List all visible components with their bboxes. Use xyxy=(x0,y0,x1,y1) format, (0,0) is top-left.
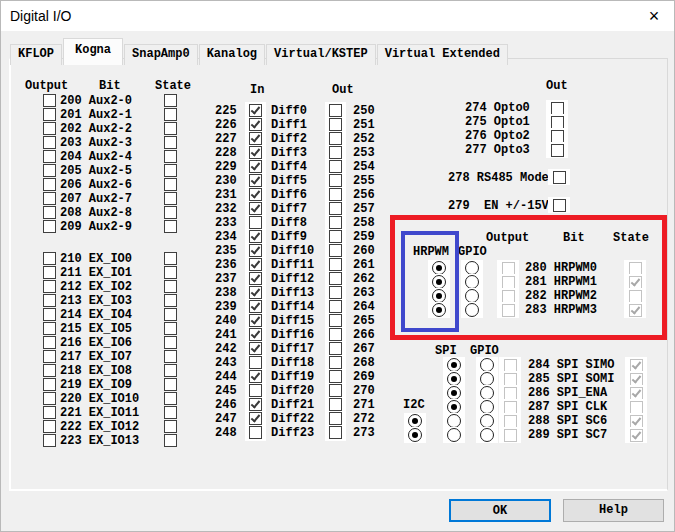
out-checkbox[interactable] xyxy=(329,384,342,397)
gpio-radio[interactable] xyxy=(465,261,479,275)
state-checkbox[interactable] xyxy=(164,434,177,447)
state-checkbox[interactable] xyxy=(164,294,177,307)
out-checkbox[interactable] xyxy=(329,412,342,425)
state-checkbox[interactable] xyxy=(164,364,177,377)
output-checkbox[interactable] xyxy=(504,415,517,428)
hrpwm-radio[interactable] xyxy=(432,289,446,303)
state-checkbox[interactable] xyxy=(164,252,177,265)
ok-button[interactable]: OK xyxy=(449,499,551,522)
in-checkbox[interactable] xyxy=(249,132,262,145)
in-checkbox[interactable] xyxy=(249,384,262,397)
tab-kflop[interactable]: KFLOP xyxy=(10,44,62,65)
en15v-checkbox[interactable] xyxy=(553,199,566,212)
out-checkbox[interactable] xyxy=(329,244,342,257)
in-checkbox[interactable] xyxy=(249,160,262,173)
out-checkbox[interactable] xyxy=(329,118,342,131)
out-checkbox[interactable] xyxy=(329,356,342,369)
help-button[interactable]: Help xyxy=(563,499,664,522)
out-checkbox[interactable] xyxy=(329,132,342,145)
state-checkbox[interactable] xyxy=(164,280,177,293)
in-checkbox[interactable] xyxy=(249,216,262,229)
out-checkbox[interactable] xyxy=(329,342,342,355)
output-checkbox[interactable] xyxy=(43,308,56,321)
output-checkbox[interactable] xyxy=(43,420,56,433)
output-checkbox[interactable] xyxy=(43,434,56,447)
output-checkbox[interactable] xyxy=(504,387,517,400)
in-checkbox[interactable] xyxy=(249,314,262,327)
tab-kanalog[interactable]: Kanalog xyxy=(199,44,265,65)
output-checkbox[interactable] xyxy=(43,122,56,135)
out-checkbox[interactable] xyxy=(329,160,342,173)
state-checkbox[interactable] xyxy=(164,178,177,191)
state-checkbox[interactable] xyxy=(164,266,177,279)
tab-kogna[interactable]: Kogna xyxy=(63,38,123,65)
out-checkbox[interactable] xyxy=(329,286,342,299)
spi-radio[interactable] xyxy=(447,372,461,386)
output-checkbox[interactable] xyxy=(43,136,56,149)
out-checkbox[interactable] xyxy=(329,314,342,327)
tab-virtual-kstep[interactable]: Virtual/KSTEP xyxy=(266,44,376,65)
in-checkbox[interactable] xyxy=(249,258,262,271)
output-checkbox[interactable] xyxy=(504,401,517,414)
state-checkbox[interactable] xyxy=(630,387,643,400)
state-checkbox[interactable] xyxy=(164,378,177,391)
in-checkbox[interactable] xyxy=(249,272,262,285)
output-checkbox[interactable] xyxy=(43,150,56,163)
state-checkbox[interactable] xyxy=(164,350,177,363)
in-checkbox[interactable] xyxy=(249,328,262,341)
tab-virtual-extended[interactable]: Virtual Extended xyxy=(377,44,508,65)
gpio-radio[interactable] xyxy=(480,428,494,442)
out-checkbox[interactable] xyxy=(329,258,342,271)
in-checkbox[interactable] xyxy=(249,426,262,439)
state-checkbox[interactable] xyxy=(629,304,642,317)
output-checkbox[interactable] xyxy=(502,262,515,275)
output-checkbox[interactable] xyxy=(43,94,56,107)
state-checkbox[interactable] xyxy=(164,192,177,205)
out-checkbox[interactable] xyxy=(329,104,342,117)
tab-snapamp0[interactable]: SnapAmp0 xyxy=(124,44,198,65)
gpio-radio[interactable] xyxy=(480,400,494,414)
out-checkbox[interactable] xyxy=(329,216,342,229)
in-checkbox[interactable] xyxy=(249,174,262,187)
in-checkbox[interactable] xyxy=(249,230,262,243)
in-checkbox[interactable] xyxy=(249,188,262,201)
state-checkbox[interactable] xyxy=(630,373,643,386)
output-checkbox[interactable] xyxy=(43,192,56,205)
output-checkbox[interactable] xyxy=(43,220,56,233)
in-checkbox[interactable] xyxy=(249,118,262,131)
state-checkbox[interactable] xyxy=(629,290,642,303)
output-checkbox[interactable] xyxy=(43,378,56,391)
spi-radio[interactable] xyxy=(447,358,461,372)
i2c-radio[interactable] xyxy=(408,428,422,442)
spi-radio[interactable] xyxy=(447,428,461,442)
state-checkbox[interactable] xyxy=(164,94,177,107)
close-icon[interactable]: × xyxy=(642,4,666,28)
output-checkbox[interactable] xyxy=(502,290,515,303)
in-checkbox[interactable] xyxy=(249,398,262,411)
state-checkbox[interactable] xyxy=(164,150,177,163)
output-checkbox[interactable] xyxy=(43,206,56,219)
output-checkbox[interactable] xyxy=(502,276,515,289)
gpio-radio[interactable] xyxy=(465,275,479,289)
output-checkbox[interactable] xyxy=(43,322,56,335)
output-checkbox[interactable] xyxy=(43,266,56,279)
gpio-radio[interactable] xyxy=(465,289,479,303)
out-checkbox[interactable] xyxy=(329,272,342,285)
state-checkbox[interactable] xyxy=(630,359,643,372)
output-checkbox[interactable] xyxy=(504,429,517,442)
spi-radio[interactable] xyxy=(447,414,461,428)
output-checkbox[interactable] xyxy=(43,280,56,293)
state-checkbox[interactable] xyxy=(629,262,642,275)
output-checkbox[interactable] xyxy=(43,406,56,419)
out-checkbox[interactable] xyxy=(329,146,342,159)
state-checkbox[interactable] xyxy=(164,322,177,335)
state-checkbox[interactable] xyxy=(630,415,643,428)
state-checkbox[interactable] xyxy=(164,122,177,135)
output-checkbox[interactable] xyxy=(43,350,56,363)
out-checkbox[interactable] xyxy=(551,130,564,143)
gpio-radio[interactable] xyxy=(480,358,494,372)
output-checkbox[interactable] xyxy=(43,252,56,265)
in-checkbox[interactable] xyxy=(249,300,262,313)
state-checkbox[interactable] xyxy=(164,392,177,405)
hrpwm-radio[interactable] xyxy=(432,303,446,317)
